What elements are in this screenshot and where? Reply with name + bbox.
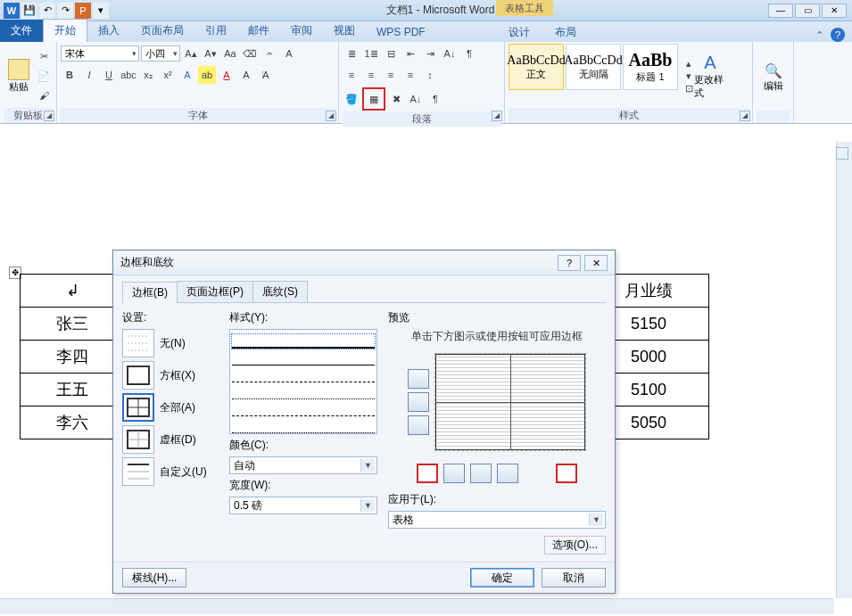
hline-button[interactable]: 横线(H)... (122, 568, 186, 587)
tab-references[interactable]: 引用 (194, 20, 237, 42)
save-icon[interactable]: 💾 (21, 3, 37, 19)
border-left-toggle[interactable] (443, 464, 465, 483)
line-style-list[interactable] (229, 329, 377, 434)
borders-icon[interactable]: ▦ (365, 90, 383, 108)
border-top-toggle[interactable] (408, 369, 429, 389)
grow-font-icon[interactable]: A▴ (182, 45, 200, 62)
change-case-icon[interactable]: Aa (221, 45, 239, 62)
sort-cn-icon[interactable]: A↓ (407, 90, 425, 108)
text-effects-icon[interactable]: A (178, 66, 196, 84)
tab-view[interactable]: 视图 (323, 20, 366, 42)
paste-button[interactable]: 粘贴 (4, 44, 33, 108)
font-size-combo[interactable]: 小四 (141, 45, 180, 62)
indent-dec-icon[interactable]: ⇤ (401, 45, 419, 62)
maximize-button[interactable]: ▭ (795, 4, 820, 18)
multilevel-icon[interactable]: ⊟ (382, 45, 400, 62)
apply-to-combo[interactable]: 表格 (388, 511, 606, 529)
options-button[interactable]: 选项(O)... (544, 536, 606, 554)
redo-icon[interactable]: ↷ (57, 3, 73, 19)
cut-icon[interactable]: ✂ (35, 47, 53, 65)
border-diag-down-toggle[interactable] (417, 464, 438, 483)
ruler-toggle[interactable] (836, 147, 848, 160)
help-icon[interactable]: ? (831, 28, 845, 42)
asian-layout-icon[interactable]: ✖ (387, 90, 405, 108)
setting-box[interactable]: 方框(X) (122, 361, 219, 390)
align-right-icon[interactable]: ≡ (382, 66, 400, 84)
editing-button[interactable]: 🔍 编辑 (757, 44, 790, 111)
tab-review[interactable]: 审阅 (280, 20, 323, 42)
enclose-icon[interactable]: A (280, 45, 298, 62)
tab-design[interactable]: 设计 (501, 21, 537, 44)
style-no-spacing[interactable]: AaBbCcDd 无间隔 (566, 44, 621, 90)
show-marks-icon[interactable]: ¶ (460, 45, 478, 62)
superscript-icon[interactable]: x² (159, 66, 177, 84)
indent-inc-icon[interactable]: ⇥ (421, 45, 439, 62)
vertical-scrollbar[interactable] (836, 142, 852, 598)
cancel-button[interactable]: 取消 (542, 568, 606, 587)
justify-icon[interactable]: ≡ (401, 66, 419, 84)
underline-icon[interactable]: U (100, 66, 118, 84)
border-hmid-toggle[interactable] (408, 392, 429, 412)
dialog-tab-border[interactable]: 边框(B) (122, 282, 178, 303)
dialog-help-button[interactable]: ? (558, 255, 581, 271)
align-center-icon[interactable]: ≡ (362, 66, 380, 84)
undo-icon[interactable]: ↶ (39, 3, 55, 19)
showhide-icon[interactable]: ¶ (426, 90, 444, 108)
width-combo[interactable]: 0.5 磅 (229, 497, 377, 514)
setting-none[interactable]: 无(N) (122, 329, 219, 357)
tab-mailings[interactable]: 邮件 (237, 20, 280, 42)
clear-format-icon[interactable]: ⌫ (241, 45, 259, 62)
bullets-icon[interactable]: ≣ (343, 45, 360, 62)
strike-icon[interactable]: abc (120, 66, 137, 84)
align-left-icon[interactable]: ≡ (343, 66, 360, 84)
setting-grid[interactable]: 虚框(D) (122, 425, 219, 454)
close-button[interactable]: ✕ (822, 4, 847, 18)
style-heading1[interactable]: AaBb 标题 1 (623, 44, 678, 90)
setting-custom[interactable]: 自定义(U) (122, 457, 219, 486)
border-bottom-toggle[interactable] (408, 415, 429, 435)
phonetic-icon[interactable]: 𝄐 (261, 45, 278, 62)
sort-icon[interactable]: A↓ (441, 45, 459, 62)
char-border-icon[interactable]: 𝄀A (257, 66, 275, 84)
tab-table-layout[interactable]: 布局 (548, 21, 583, 44)
style-normal[interactable]: AaBbCcDd 正文 (509, 44, 564, 90)
color-combo[interactable]: 自动 (229, 456, 377, 474)
styles-launcher[interactable]: ◢ (740, 111, 750, 121)
border-right-toggle[interactable] (497, 464, 518, 483)
ok-button[interactable]: 确定 (470, 568, 534, 587)
border-vmid-toggle[interactable] (470, 464, 492, 483)
bold-icon[interactable]: B (61, 66, 79, 84)
subscript-icon[interactable]: x₂ (139, 66, 157, 84)
dialog-tab-page-border[interactable]: 页面边框(P) (177, 281, 253, 302)
font-name-combo[interactable]: 宋体 (61, 45, 139, 62)
tab-file[interactable]: 文件 (0, 20, 43, 42)
preview-sample[interactable] (434, 353, 586, 451)
app-icon[interactable]: W (4, 3, 20, 19)
italic-icon[interactable]: I (80, 66, 98, 84)
shading-icon[interactable]: 🪣 (343, 90, 360, 108)
minimize-ribbon-icon[interactable]: ⌃ (815, 29, 823, 41)
char-shading-icon[interactable]: A (237, 66, 255, 84)
clipboard-launcher[interactable]: ◢ (44, 111, 54, 121)
format-painter-icon[interactable]: 🖌 (35, 86, 53, 104)
font-launcher[interactable]: ◢ (326, 111, 336, 121)
dialog-tab-shading[interactable]: 底纹(S) (252, 281, 308, 302)
highlight-icon[interactable]: ab (198, 66, 216, 84)
tab-insert[interactable]: 插入 (87, 20, 130, 42)
tab-wpspdf[interactable]: WPS PDF (366, 22, 436, 42)
tab-home[interactable]: 开始 (43, 19, 87, 42)
border-diag-up-toggle[interactable] (556, 464, 577, 483)
change-styles-button[interactable]: A 更改样式 (692, 44, 728, 108)
dialog-close-button[interactable]: ✕ (584, 255, 608, 271)
minimize-button[interactable]: — (768, 4, 793, 18)
numbering-icon[interactable]: 1≣ (362, 45, 380, 62)
horizontal-scrollbar[interactable] (0, 598, 834, 614)
line-spacing-icon[interactable]: ↕ (421, 66, 439, 84)
font-color-icon[interactable]: A (218, 66, 236, 84)
shrink-font-icon[interactable]: A▾ (202, 45, 219, 62)
paragraph-launcher[interactable]: ◢ (492, 111, 502, 121)
tab-layout[interactable]: 页面布局 (130, 20, 194, 42)
pp-icon[interactable]: P (75, 3, 91, 19)
qat-custom-icon[interactable]: ▾ (93, 3, 109, 19)
copy-icon[interactable]: 📄 (35, 67, 53, 85)
